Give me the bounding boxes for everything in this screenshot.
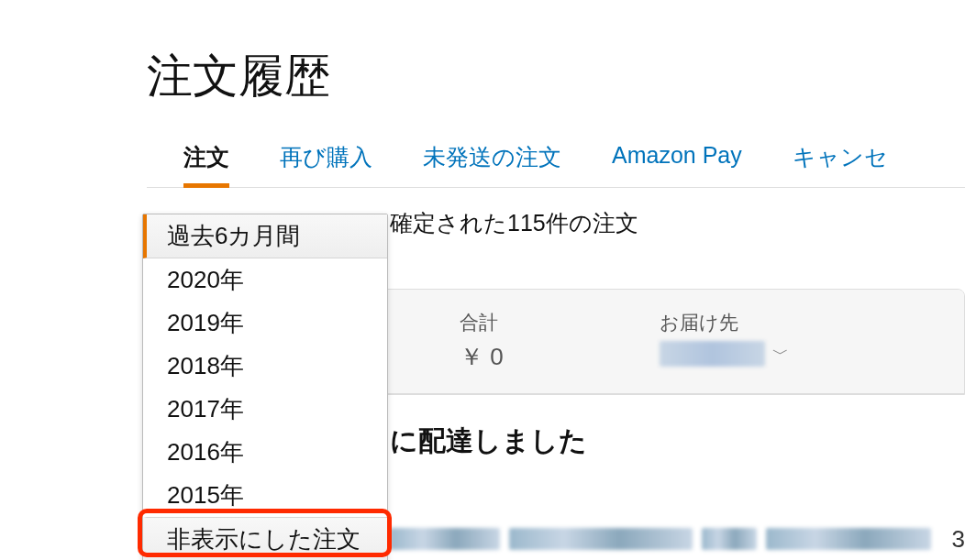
- trailing-char: 3: [952, 525, 965, 554]
- delivery-status-text: に配達しました: [390, 423, 965, 460]
- order-summary-text: 確定された115件の注文: [390, 208, 965, 238]
- redacted-content-row: [390, 525, 965, 553]
- order-total-column: 合計 ￥ 0: [460, 310, 504, 373]
- chevron-down-icon: ﹀: [772, 343, 789, 365]
- time-filter-dropdown[interactable]: 過去6カ月間 2020年 2019年 2018年 2017年 2016年 201…: [142, 214, 388, 560]
- tab-cancelled[interactable]: キャンセ: [793, 135, 888, 187]
- tab-orders[interactable]: 注文: [183, 135, 229, 188]
- tabs-bar: 注文 再び購入 未発送の注文 Amazon Pay キャンセ: [147, 135, 965, 188]
- dropdown-item-2018[interactable]: 2018年: [143, 345, 387, 388]
- tab-buy-again[interactable]: 再び購入: [280, 135, 372, 187]
- page-title: 注文履歴: [0, 0, 965, 135]
- order-shipping-label: お届け先: [660, 310, 789, 335]
- dropdown-item-2019[interactable]: 2019年: [143, 302, 387, 345]
- order-total-label: 合計: [460, 310, 504, 335]
- order-shipping-column: お届け先 ﹀: [660, 310, 789, 373]
- dropdown-item-6months[interactable]: 過去6カ月間: [143, 214, 387, 258]
- tab-amazon-pay[interactable]: Amazon Pay: [612, 135, 742, 187]
- order-shipping-value-redacted: [660, 341, 765, 367]
- order-total-value: ￥ 0: [460, 341, 504, 373]
- dropdown-item-2016[interactable]: 2016年: [143, 431, 387, 474]
- tab-unshipped[interactable]: 未発送の注文: [423, 135, 561, 187]
- dropdown-item-hidden-orders[interactable]: 非表示にした注文: [143, 517, 387, 560]
- dropdown-item-2015[interactable]: 2015年: [143, 474, 387, 517]
- dropdown-item-2017[interactable]: 2017年: [143, 388, 387, 431]
- order-shipping-value-row[interactable]: ﹀: [660, 341, 789, 367]
- dropdown-item-2020[interactable]: 2020年: [143, 258, 387, 302]
